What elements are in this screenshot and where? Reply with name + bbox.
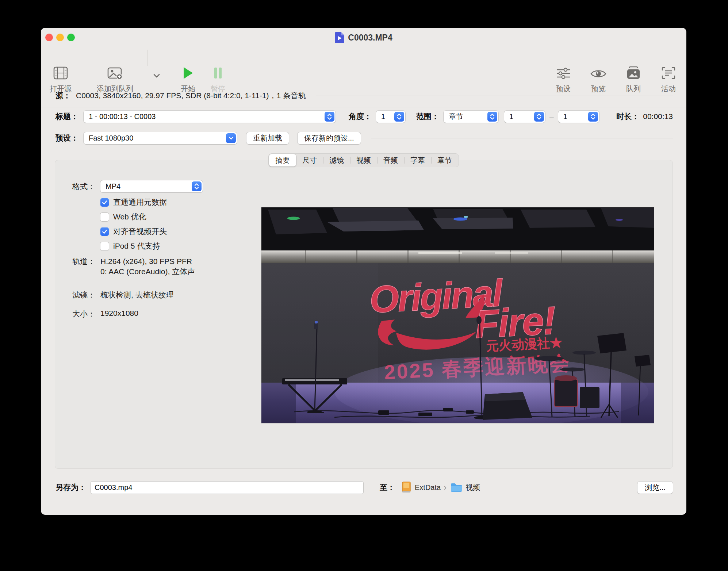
angle-select-value: 1: [381, 112, 385, 121]
checkbox-unchecked-icon[interactable]: [100, 213, 109, 221]
size-value: 1920x1080: [100, 309, 138, 319]
checkbox-label: Web 优化: [113, 212, 146, 222]
title-label: 标题：: [55, 111, 78, 122]
folder-icon: [450, 482, 463, 493]
stepper-icon[interactable]: [487, 112, 497, 122]
tracks-line2: 0: AAC (CoreAudio), 立体声: [100, 267, 195, 277]
save-row: 另存为： 至： ExtData › 视频 浏览...: [55, 481, 673, 494]
video-file-icon: [335, 32, 344, 43]
filename-input[interactable]: [91, 481, 364, 494]
title-row: 标题： 1 - 00:00:13 - C0003 角度： 1: [55, 110, 673, 123]
source-value: C0003, 3840x2160, 29.97 FPS, SDR (8-bit …: [76, 91, 306, 101]
preview-photo: Original Fire! 元火动漫社★ 2025 春季迎新晚会: [261, 207, 654, 423]
tab-chapters[interactable]: 章节: [431, 154, 458, 166]
checkbox-passthru-metadata[interactable]: 直通通用元数据: [100, 197, 167, 207]
format-label: 格式：: [59, 181, 95, 192]
window-title: C0003.MP4: [41, 32, 686, 43]
tab-dimensions[interactable]: 尺寸: [296, 154, 323, 166]
range-dash: –: [549, 112, 554, 121]
format-row: 格式： MP4: [59, 180, 203, 192]
checkbox-unchecked-icon[interactable]: [100, 242, 109, 250]
preset-select-value: Fast 1080p30: [89, 134, 133, 142]
title-select[interactable]: 1 - 00:00:13 - C0003: [84, 111, 336, 123]
chevron-down-icon[interactable]: [226, 133, 236, 143]
divider-line: [371, 138, 673, 138]
checkbox-label: 直通通用元数据: [113, 197, 167, 207]
stepper-icon[interactable]: [325, 112, 334, 122]
duration-label: 时长：: [616, 111, 639, 122]
reload-preset-button[interactable]: 重新加载: [246, 132, 289, 144]
tracks-line1: H.264 (x264), 30 FPS PFR: [100, 256, 195, 267]
range-from-value: 1: [509, 112, 513, 121]
source-label: 源：: [55, 91, 71, 101]
stepper-icon[interactable]: [588, 112, 598, 122]
checkbox-checked-icon[interactable]: [100, 227, 109, 236]
checkbox-label: iPod 5 代支持: [113, 241, 160, 251]
range-to-value: 1: [563, 112, 567, 121]
led-screen-light: [261, 263, 378, 383]
title-select-value: 1 - 00:00:13 - C0003: [89, 112, 156, 121]
checkbox-label: 对齐音视频开头: [113, 226, 167, 237]
filters-value: 梳状检测, 去梳状纹理: [100, 290, 174, 300]
tab-audio[interactable]: 音频: [377, 154, 404, 166]
eye-icon: [590, 64, 606, 80]
checkbox-web-optimized[interactable]: Web 优化: [100, 212, 146, 222]
chevron-down-icon: [153, 67, 161, 78]
angle-select[interactable]: 1: [376, 111, 405, 123]
tracks-value: H.264 (x264), 30 FPS PFR 0: AAC (CoreAud…: [100, 256, 195, 277]
tab-video[interactable]: 视频: [350, 154, 377, 166]
preset-row: 预设： Fast 1080p30 重新加载 保存新的预设...: [55, 132, 673, 144]
save-new-preset-button[interactable]: 保存新的预设...: [298, 132, 361, 144]
format-select[interactable]: MP4: [100, 180, 203, 192]
floor-shadow-left: [261, 383, 296, 423]
handbrake-window: C0003.MP4: [41, 28, 686, 515]
window-title-text: C0003.MP4: [348, 33, 392, 43]
size-row: 大小： 1920x1080: [59, 309, 138, 319]
preset-select[interactable]: Fast 1080p30: [84, 132, 237, 144]
duration-value: 00:00:13: [643, 112, 673, 121]
tab-subtitles[interactable]: 字幕: [404, 154, 431, 166]
section-tabs: 摘要 尺寸 滤镜 视频 音频 字幕 章节: [268, 153, 459, 167]
range-type-value: 章节: [449, 112, 463, 122]
sliders-icon: [556, 64, 571, 80]
range-to-select[interactable]: 1: [558, 111, 599, 123]
stepper-icon[interactable]: [394, 112, 404, 122]
range-label: 范围：: [416, 111, 439, 122]
queue-dropdown-chevron[interactable]: [153, 67, 161, 78]
titlebar: C0003.MP4: [41, 28, 686, 45]
truss-highlight: [418, 252, 462, 254]
preset-label: 预设：: [55, 133, 78, 143]
folder-name: 视频: [465, 483, 480, 493]
tracks-label: 轨道：: [59, 256, 95, 267]
stepper-icon[interactable]: [192, 181, 202, 191]
screen-background: C0003.MP4: [0, 0, 728, 571]
toolbar-divider: [147, 50, 148, 66]
tab-filters[interactable]: 滤镜: [323, 154, 350, 166]
floor-shadow-right: [621, 383, 654, 423]
save-as-label: 另存为：: [55, 482, 86, 493]
play-icon: [183, 64, 194, 80]
stepper-icon[interactable]: [534, 112, 544, 122]
divider-line: [316, 96, 673, 96]
truss-highlight: [495, 252, 528, 254]
pause-icon: [213, 64, 223, 80]
add-image-icon: [107, 66, 123, 80]
source-row: 源： C0003, 3840x2160, 29.97 FPS, SDR (8-b…: [55, 89, 673, 102]
filters-label: 滤镜：: [59, 290, 95, 300]
range-from-select[interactable]: 1: [504, 111, 545, 123]
checkbox-align-av-start[interactable]: 对齐音视频开头: [100, 226, 167, 237]
drive-icon: [401, 482, 412, 493]
photo-stack-icon: [626, 64, 641, 80]
checkbox-ipod-support[interactable]: iPod 5 代支持: [100, 241, 160, 251]
checkbox-checked-icon[interactable]: [100, 198, 109, 207]
path-chevron-icon: ›: [444, 482, 447, 493]
size-label: 大小：: [59, 309, 95, 319]
format-select-value: MP4: [106, 182, 120, 191]
filters-row: 滤镜： 梳状检测, 去梳状纹理: [59, 290, 174, 300]
browse-button[interactable]: 浏览...: [637, 482, 673, 494]
tab-summary[interactable]: 摘要: [269, 154, 296, 166]
drive-name: ExtData: [415, 483, 441, 492]
range-type-select[interactable]: 章节: [444, 111, 498, 123]
angle-label: 角度：: [349, 111, 372, 122]
tracks-row: 轨道： H.264 (x264), 30 FPS PFR 0: AAC (Cor…: [59, 256, 195, 277]
